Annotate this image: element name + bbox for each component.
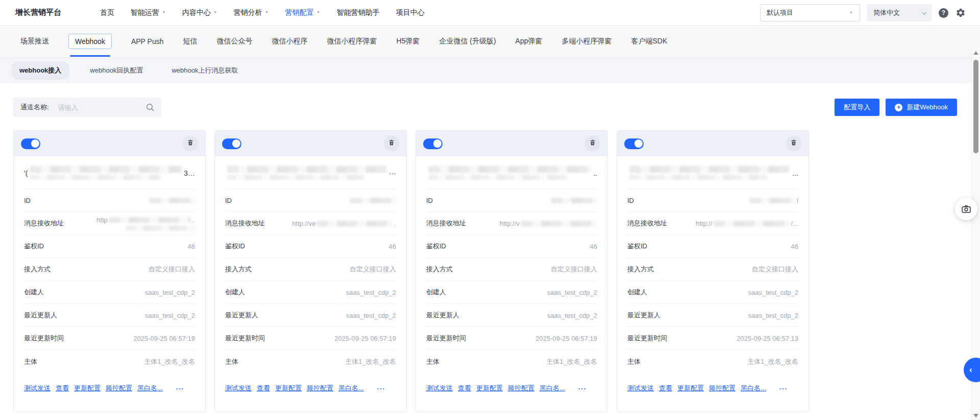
language-select-value: 简体中文 — [873, 8, 900, 17]
redacted-title-text — [629, 166, 790, 180]
config-import-button[interactable]: 配置导入 — [835, 99, 879, 116]
field-label-id: ID — [225, 197, 232, 204]
action-link-查看[interactable]: 查看 — [659, 384, 672, 393]
more-actions-button[interactable]: ··· — [578, 385, 586, 392]
action-link-频控配置[interactable]: 频控配置 — [508, 384, 534, 393]
subtab-webhook接入[interactable]: webhook接入 — [11, 61, 69, 80]
header-right: 默认项目 ▼ 简体中文 ? — [760, 4, 966, 21]
redaction-blur — [551, 198, 597, 203]
enable-toggle[interactable] — [21, 138, 40, 149]
scroll-up-arrow-icon[interactable] — [973, 51, 978, 55]
action-link-频控配置[interactable]: 频控配置 — [709, 384, 736, 393]
nav-item-内容中心[interactable]: 内容中心▼ — [182, 8, 217, 17]
action-link-测试发送[interactable]: 测试发送 — [426, 384, 453, 393]
field-value-updater: saas_test_cdp_2 — [547, 312, 597, 319]
more-actions-button[interactable]: ··· — [377, 385, 385, 392]
field-value-auth_id: 46 — [791, 243, 798, 250]
card-action-links: 测试发送查看更新配置频控配置黑白名...··· — [627, 373, 798, 393]
main-content: 通道名称: 配置导入 + 新建Webhook '(3…ID消息接收地址http.… — [0, 83, 980, 412]
action-link-更新配置[interactable]: 更新配置 — [275, 384, 302, 393]
tab-企业微信 (升级版)[interactable]: 企业微信 (升级版) — [439, 33, 496, 50]
action-link-查看[interactable]: 查看 — [458, 384, 471, 393]
delete-button[interactable] — [183, 136, 198, 151]
field-label-subject: 主体 — [426, 357, 439, 366]
nav-item-首页[interactable]: 首页 — [100, 8, 114, 17]
tab-短信[interactable]: 短信 — [183, 33, 197, 50]
nav-item-项目中心[interactable]: 项目中心 — [396, 8, 425, 17]
webhook-card: ..ID消息接收地址http://v鉴权ID46接入方式自定义接口接入创建人sa… — [415, 130, 608, 412]
field-label-access_mode: 接入方式 — [24, 265, 51, 274]
card-field-row-update_time: 最近更新时间2025-09-25 06:57:13 — [627, 327, 798, 350]
tab-微信小程序[interactable]: 微信小程序 — [272, 33, 307, 50]
card-field-row-update_time: 最近更新时间2025-09-25 06:57:19 — [24, 327, 195, 350]
scrollbar-thumb[interactable] — [973, 60, 978, 153]
filter-label: 通道名称: — [20, 103, 49, 112]
tab-APP Push[interactable]: APP Push — [131, 34, 164, 49]
subtab-webhook上行消息获取[interactable]: webhook上行消息获取 — [163, 61, 246, 80]
action-link-测试发送[interactable]: 测试发送 — [225, 384, 252, 393]
more-actions-button[interactable]: ··· — [779, 385, 788, 392]
card-field-row-updater: 最近更新人saas_test_cdp_2 — [225, 304, 396, 327]
action-link-频控配置[interactable]: 频控配置 — [106, 384, 132, 393]
more-actions-button[interactable]: ··· — [176, 385, 184, 392]
action-link-查看[interactable]: 查看 — [56, 384, 69, 393]
delete-button[interactable] — [384, 136, 399, 151]
enable-toggle[interactable] — [423, 138, 443, 149]
tab-微信小程序弹窗[interactable]: 微信小程序弹窗 — [327, 33, 377, 50]
tab-Webhook[interactable]: Webhook — [68, 34, 112, 49]
search-icon[interactable] — [146, 103, 154, 111]
nav-item-智能运营[interactable]: 智能运营▼ — [131, 8, 166, 17]
delete-button[interactable] — [585, 136, 600, 151]
card-field-row-address: 消息接收地址http://v — [426, 212, 597, 235]
action-link-更新配置[interactable]: 更新配置 — [476, 384, 503, 393]
card-body: ...IDl消息接收地址http:///...鉴权ID46接入方式自定义接口接入… — [617, 156, 808, 412]
tab-场景推送[interactable]: 场景推送 — [20, 33, 49, 50]
redacted-title-text — [428, 166, 591, 180]
field-label-creator: 创建人 — [426, 288, 446, 297]
screenshot-camera-button[interactable] — [955, 198, 977, 220]
tab-多端小程序弹窗[interactable]: 多端小程序弹窗 — [562, 33, 612, 50]
action-link-更新配置[interactable]: 更新配置 — [677, 384, 704, 393]
action-link-频控配置[interactable]: 频控配置 — [307, 384, 333, 393]
project-select[interactable]: 默认项目 ▼ — [760, 4, 860, 21]
action-link-测试发送[interactable]: 测试发送 — [24, 384, 51, 393]
address-suffix: . — [394, 220, 396, 227]
action-link-更新配置[interactable]: 更新配置 — [74, 384, 101, 393]
action-link-黑白名[interactable]: 黑白名... — [338, 384, 364, 393]
tab-微信公众号[interactable]: 微信公众号 — [216, 33, 252, 50]
card-header — [14, 131, 205, 156]
nav-item-营销分析[interactable]: 营销分析▼ — [234, 8, 269, 17]
field-label-id: ID — [627, 197, 634, 204]
nav-item-营销配置[interactable]: 营销配置▼ — [285, 8, 321, 17]
help-icon[interactable]: ? — [939, 8, 948, 18]
card-action-links: 测试发送查看更新配置频控配置黑白名...··· — [225, 373, 396, 393]
nav-item-智能营销助手[interactable]: 智能营销助手 — [337, 8, 380, 17]
tab-客户端SDK[interactable]: 客户端SDK — [631, 33, 668, 50]
action-link-黑白名[interactable]: 黑白名... — [137, 384, 163, 393]
delete-button[interactable] — [786, 136, 801, 151]
address-line: http://v — [500, 220, 597, 227]
tab-H5弹窗[interactable]: H5弹窗 — [396, 33, 420, 50]
action-link-查看[interactable]: 查看 — [257, 384, 270, 393]
settings-gear-icon[interactable] — [955, 8, 966, 18]
card-field-row-access_mode: 接入方式自定义接口接入 — [627, 258, 798, 281]
action-link-黑白名[interactable]: 黑白名... — [540, 384, 565, 393]
field-label-auth_id: 鉴权ID — [627, 242, 647, 251]
scroll-down-arrow-icon[interactable] — [973, 414, 978, 417]
create-webhook-button[interactable]: + 新建Webhook — [886, 99, 957, 116]
enable-toggle[interactable] — [624, 138, 644, 149]
caret-down-icon: ▼ — [213, 11, 217, 14]
card-title: ··· — [225, 156, 396, 189]
enable-toggle[interactable] — [222, 138, 241, 149]
subtab-webhook回执配置[interactable]: webhook回执配置 — [82, 61, 151, 80]
top-header: 增长营销平台 首页智能运营▼内容中心▼营销分析▼营销配置▼智能营销助手项目中心 … — [0, 0, 980, 26]
field-value-address: http.. — [96, 216, 195, 231]
card-title-suffix: 3… — [184, 169, 195, 177]
field-label-creator: 创建人 — [627, 288, 647, 297]
language-select[interactable]: 简体中文 — [867, 4, 932, 21]
action-link-黑白名[interactable]: 黑白名... — [741, 384, 766, 393]
card-field-row-auth_id: 鉴权ID46 — [225, 235, 396, 258]
tab-App弹窗[interactable]: App弹窗 — [516, 33, 543, 50]
action-link-测试发送[interactable]: 测试发送 — [627, 384, 654, 393]
channel-name-input[interactable] — [58, 104, 146, 111]
